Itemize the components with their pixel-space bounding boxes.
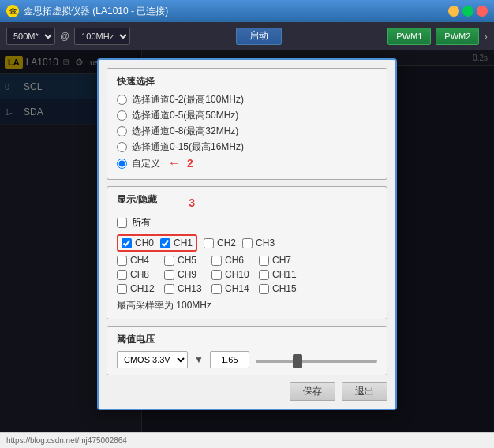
ch1-checkbox[interactable] <box>160 238 170 248</box>
modal-overlay: 快速选择 选择通道0-2(最高100MHz) 选择通道0-5(最高50MHz) … <box>0 50 494 448</box>
ch2-checkbox[interactable] <box>204 238 214 248</box>
ch8-label[interactable]: CH8 <box>130 269 149 280</box>
ch5-checkbox[interactable] <box>164 256 174 266</box>
channel-row-grid-2: CH4 CH5 CH6 <box>117 255 377 266</box>
ch10-item: CH10 <box>211 269 253 280</box>
ch14-checkbox[interactable] <box>211 284 222 294</box>
arrow-left-annotation: ← <box>168 156 181 170</box>
quick-label-3[interactable]: 选择通道0-15(最高16MHz) <box>132 140 244 154</box>
threshold-slider-container <box>256 354 377 365</box>
ch11-item: CH11 <box>259 269 297 280</box>
threshold-type-select[interactable]: CMOS 3.3V CMOS 5V TTL 自定义 <box>117 351 188 368</box>
more-button[interactable]: › <box>484 30 488 43</box>
pwm2-button[interactable]: PWM2 <box>436 28 479 45</box>
app-title: 金思拓虚拟仪器 (LA1010 - 已连接) <box>24 5 168 18</box>
ch1-label[interactable]: CH1 <box>174 237 193 248</box>
all-label[interactable]: 所有 <box>132 216 151 230</box>
quick-select-title: 快速选择 <box>117 75 377 88</box>
quick-radio-1[interactable] <box>117 110 127 121</box>
maximize-button[interactable] <box>462 6 473 17</box>
threshold-slider[interactable] <box>256 360 377 363</box>
threshold-section: 阈值电压 CMOS 3.3V CMOS 5V TTL 自定义 ▼ <box>107 326 387 375</box>
ch12-label[interactable]: CH12 <box>130 283 155 294</box>
ch9-checkbox[interactable] <box>164 270 174 280</box>
ch13-label[interactable]: CH13 <box>178 283 202 294</box>
ch4-label[interactable]: CH4 <box>130 255 149 266</box>
ch5-item: CH5 <box>164 255 205 266</box>
ch8-item: CH8 <box>117 269 158 280</box>
ch14-label[interactable]: CH14 <box>225 283 249 294</box>
quick-radio-2[interactable] <box>117 126 127 136</box>
ch9-item: CH9 <box>164 269 205 280</box>
threshold-value-input[interactable] <box>210 351 249 368</box>
ch6-label[interactable]: CH6 <box>225 255 244 266</box>
app-icon: 金 <box>6 5 19 17</box>
quick-select-section: 快速选择 选择通道0-2(最高100MHz) 选择通道0-5(最高50MHz) … <box>107 68 387 180</box>
radio-row-1: 选择通道0-5(最高50MHz) <box>117 109 377 122</box>
channel-row-grid-1: CH0 CH1 CH2 <box>117 234 377 252</box>
all-checkbox[interactable] <box>117 218 127 228</box>
quick-label-1[interactable]: 选择通道0-5(最高50MHz) <box>132 109 238 122</box>
threshold-controls: CMOS 3.3V CMOS 5V TTL 自定义 ▼ <box>117 351 377 368</box>
sample-rate-select[interactable]: 500M* <box>6 28 55 45</box>
channel-row-grid-4: CH12 CH13 CH14 <box>117 283 377 294</box>
ch8-checkbox[interactable] <box>117 270 127 280</box>
ch15-checkbox[interactable] <box>259 284 269 294</box>
app-body: 500M* @ 100MHz 启动 PWM1 PWM2 › LA LA1010 … <box>0 22 494 448</box>
ch7-label[interactable]: CH7 <box>272 255 291 266</box>
radio-row-0: 选择通道0-2(最高100MHz) <box>117 93 377 106</box>
minimize-button[interactable] <box>448 6 459 17</box>
ch0-label[interactable]: CH0 <box>135 237 154 248</box>
channel-grid: CH0 CH1 CH2 <box>117 234 377 294</box>
ch12-checkbox[interactable] <box>117 284 127 294</box>
ch10-label[interactable]: CH10 <box>225 269 249 280</box>
quick-radio-3[interactable] <box>117 142 127 152</box>
url-bar: https://blog.csdn.net/mj475002864 <box>0 432 494 448</box>
show-hide-section: 显示/隐藏 3 所有 C <box>107 186 387 319</box>
ch4-checkbox[interactable] <box>117 256 127 266</box>
ch15-label[interactable]: CH15 <box>272 283 297 294</box>
ch11-label[interactable]: CH11 <box>272 269 297 280</box>
ch7-item: CH7 <box>259 255 291 266</box>
quick-radio-0[interactable] <box>117 95 127 105</box>
modal-footer: 保存 退出 <box>107 382 387 401</box>
max-rate-label: 最高采样率为 100MHz <box>117 299 377 312</box>
ch11-checkbox[interactable] <box>259 270 269 280</box>
dropdown-arrow: ▼ <box>194 354 204 365</box>
close-button[interactable] <box>477 6 488 17</box>
radio-row-3: 选择通道0-15(最高16MHz) <box>117 140 377 154</box>
ch13-checkbox[interactable] <box>164 284 174 294</box>
quick-radio-4[interactable] <box>117 159 127 169</box>
ch4-item: CH4 <box>117 255 158 266</box>
quick-label-4[interactable]: 自定义 <box>132 157 160 170</box>
show-hide-title: 显示/隐藏 <box>117 193 157 207</box>
ch10-checkbox[interactable] <box>211 270 222 280</box>
pwm1-button[interactable]: PWM1 <box>387 28 431 45</box>
ch3-label[interactable]: CH3 <box>256 237 275 248</box>
ch2-label[interactable]: CH2 <box>217 237 236 248</box>
at-label: @ <box>60 31 69 42</box>
num2-badge: 2 <box>187 157 193 170</box>
save-button[interactable]: 保存 <box>290 382 335 401</box>
ch6-checkbox[interactable] <box>211 256 222 266</box>
ch3-checkbox[interactable] <box>242 238 253 248</box>
ch5-label[interactable]: CH5 <box>178 255 196 266</box>
ch13-item: CH13 <box>164 283 205 294</box>
exit-button[interactable]: 退出 <box>342 382 387 401</box>
start-button[interactable]: 启动 <box>236 28 282 45</box>
radio-row-4: 自定义 ← 2 <box>117 156 377 170</box>
quick-label-2[interactable]: 选择通道0-8(最高32MHz) <box>132 125 238 138</box>
ch1-item: CH1 <box>160 237 193 248</box>
content-area: LA LA1010 ⧉ ⚙ us ↑ 1 0- SCL ⚙ ✕ 1- SDA ⚙… <box>0 50 494 448</box>
ch0-checkbox[interactable] <box>122 238 132 248</box>
channel-row-grid-3: CH8 CH9 CH10 <box>117 269 377 280</box>
ch2-item: CH2 <box>204 237 236 248</box>
window-controls <box>448 6 488 17</box>
ch12-item: CH12 <box>117 283 158 294</box>
ch9-label[interactable]: CH9 <box>178 269 196 280</box>
freq-select[interactable]: 100MHz <box>74 28 130 45</box>
settings-modal: 快速选择 选择通道0-2(最高100MHz) 选择通道0-5(最高50MHz) … <box>97 58 397 410</box>
ch7-checkbox[interactable] <box>259 256 269 266</box>
quick-label-0[interactable]: 选择通道0-2(最高100MHz) <box>132 93 244 106</box>
toolbar: 500M* @ 100MHz 启动 PWM1 PWM2 › <box>0 22 494 50</box>
